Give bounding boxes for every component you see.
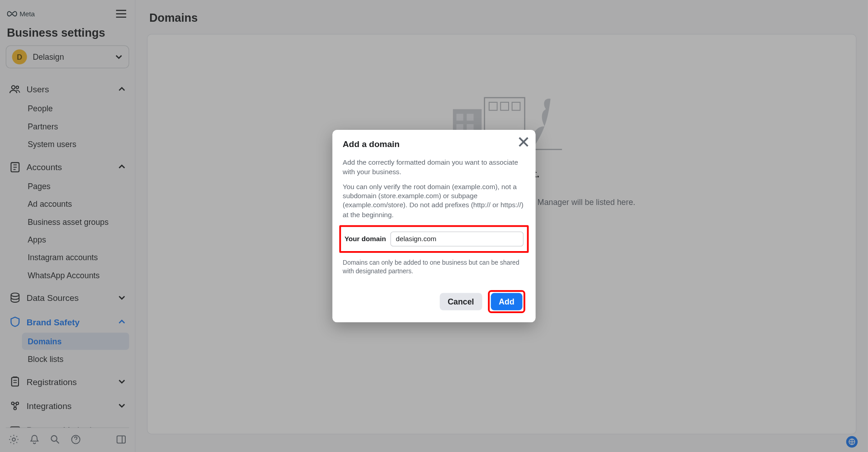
modal-paragraph-1: Add the correctly formatted domain you w… — [343, 158, 525, 176]
modal-title: Add a domain — [343, 139, 525, 149]
domain-input[interactable] — [391, 231, 524, 246]
modal-close-button[interactable] — [517, 135, 530, 148]
modal-paragraph-2: You can only verify the root domain (exa… — [343, 182, 525, 219]
add-button[interactable]: Add — [491, 293, 522, 310]
close-icon — [517, 135, 530, 148]
domain-field-highlight: Your domain — [339, 225, 528, 252]
modal-actions: Cancel Add — [343, 290, 525, 314]
modal-overlay[interactable]: Add a domain Add the correctly formatted… — [0, 0, 868, 452]
add-domain-modal: Add a domain Add the correctly formatted… — [332, 129, 536, 322]
cancel-button[interactable]: Cancel — [439, 293, 482, 310]
modal-paragraph-3: Domains can only be added to one busines… — [343, 258, 525, 276]
add-button-highlight: Add — [488, 290, 525, 314]
domain-field-label: Your domain — [344, 235, 386, 243]
